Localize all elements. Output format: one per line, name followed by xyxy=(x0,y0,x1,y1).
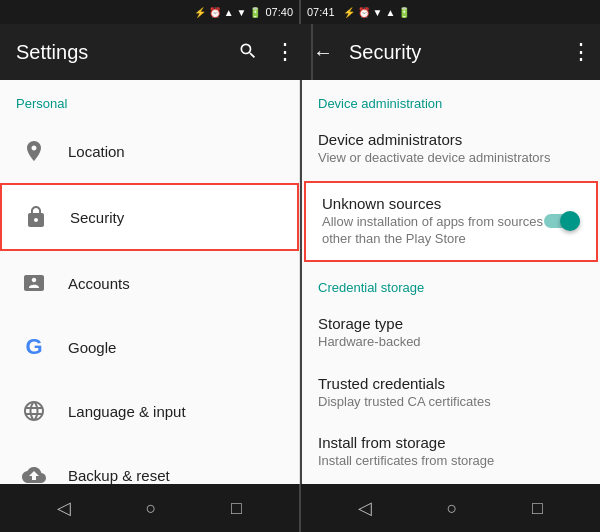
security-icon xyxy=(18,199,54,235)
personal-section-label: Personal xyxy=(0,80,299,119)
left-time: 07:40 xyxy=(265,6,293,18)
battery-level-icon: 🔋 xyxy=(249,7,261,18)
backup-icon xyxy=(16,457,52,484)
right-home-nav[interactable]: ○ xyxy=(447,498,458,519)
credential-storage-label: Credential storage xyxy=(302,264,600,303)
left-back-nav[interactable]: ◁ xyxy=(57,497,71,519)
more-vert-icon[interactable]: ⋮ xyxy=(274,41,295,63)
google-icon: G xyxy=(16,329,52,365)
trusted-credentials-text: Trusted credentials Display trusted CA c… xyxy=(318,375,584,411)
device-administrators-text: Device administrators View or deactivate… xyxy=(318,131,584,167)
unknown-sources-title: Unknown sources xyxy=(322,195,544,212)
left-appbar-icons: ⋮ xyxy=(238,41,295,64)
accounts-icon xyxy=(16,265,52,301)
settings-title: Settings xyxy=(16,41,238,64)
right-battery-icon: ⚡ xyxy=(343,7,355,18)
right-app-bar: ← Security ⋮ xyxy=(313,24,600,80)
nav-bar: ◁ ○ □ ◁ ○ □ xyxy=(0,484,600,532)
toggle-thumb xyxy=(560,211,580,231)
install-from-storage-title: Install from storage xyxy=(318,434,584,451)
right-back-nav[interactable]: ◁ xyxy=(358,497,372,519)
settings-item-security[interactable]: Security xyxy=(0,183,299,251)
device-administrators-title: Device administrators xyxy=(318,131,584,148)
left-status-icons: ⚡ ⏰ ▲ ▼ 🔋 xyxy=(194,7,262,18)
location-icon xyxy=(16,133,52,169)
settings-item-backup[interactable]: Backup & reset xyxy=(0,443,299,484)
app-bars: Settings ⋮ ← Security ⋮ xyxy=(0,24,600,80)
search-icon[interactable] xyxy=(238,41,258,64)
right-wifi-icon: ▲ xyxy=(385,7,395,18)
settings-item-language[interactable]: Language & input xyxy=(0,379,299,443)
install-from-storage-subtitle: Install certificates from storage xyxy=(318,453,584,470)
security-item-unknown-sources[interactable]: Unknown sources Allow installation of ap… xyxy=(304,181,598,262)
trusted-credentials-subtitle: Display trusted CA certificates xyxy=(318,394,584,411)
right-more-icon[interactable]: ⋮ xyxy=(570,41,592,63)
security-title: Security xyxy=(349,41,570,64)
left-nav: ◁ ○ □ xyxy=(0,484,299,532)
right-nav: ◁ ○ □ xyxy=(301,484,600,532)
left-status-bar: ⚡ ⏰ ▲ ▼ 🔋 07:40 xyxy=(0,0,299,24)
security-item-device-administrators[interactable]: Device administrators View or deactivate… xyxy=(302,119,600,179)
device-admin-label: Device administration xyxy=(302,80,600,119)
device-administrators-subtitle: View or deactivate device administrators xyxy=(318,150,584,167)
alarm-icon: ⏰ xyxy=(209,7,221,18)
google-label: Google xyxy=(68,339,116,356)
back-button[interactable]: ← xyxy=(313,41,333,64)
security-item-install-from-storage[interactable]: Install from storage Install certificate… xyxy=(302,422,600,482)
right-recents-nav[interactable]: □ xyxy=(532,498,543,519)
install-from-storage-text: Install from storage Install certificate… xyxy=(318,434,584,470)
security-panel: Device administration Device administrat… xyxy=(302,80,600,484)
security-item-clear-credentials[interactable]: Clear credentials xyxy=(302,482,600,484)
right-status-icons: ⚡ ⏰ ▼ ▲ 🔋 xyxy=(343,7,411,18)
unknown-sources-text: Unknown sources Allow installation of ap… xyxy=(322,195,544,248)
settings-item-location[interactable]: Location xyxy=(0,119,299,183)
unknown-sources-subtitle: Allow installation of apps from sources … xyxy=(322,214,544,248)
right-signal-icon: ▼ xyxy=(373,7,383,18)
accounts-label: Accounts xyxy=(68,275,130,292)
right-battery-level-icon: 🔋 xyxy=(398,7,410,18)
main-content: Personal Location Security xyxy=(0,80,600,484)
security-label: Security xyxy=(70,209,124,226)
status-bars: ⚡ ⏰ ▲ ▼ 🔋 07:40 07:41 ⚡ ⏰ ▼ ▲ 🔋 xyxy=(0,0,600,24)
location-label: Location xyxy=(68,143,125,160)
language-label: Language & input xyxy=(68,403,186,420)
settings-item-google[interactable]: G Google xyxy=(0,315,299,379)
storage-type-text: Storage type Hardware-backed xyxy=(318,315,584,351)
right-alarm-icon: ⏰ xyxy=(358,7,370,18)
language-icon xyxy=(16,393,52,429)
battery-icon: ⚡ xyxy=(194,7,206,18)
storage-type-subtitle: Hardware-backed xyxy=(318,334,584,351)
security-item-storage-type[interactable]: Storage type Hardware-backed xyxy=(302,303,600,363)
storage-type-title: Storage type xyxy=(318,315,584,332)
left-app-bar: Settings ⋮ xyxy=(0,24,311,80)
left-home-nav[interactable]: ○ xyxy=(146,498,157,519)
security-item-trusted-credentials[interactable]: Trusted credentials Display trusted CA c… xyxy=(302,363,600,423)
settings-panel: Personal Location Security xyxy=(0,80,300,484)
right-status-bar: 07:41 ⚡ ⏰ ▼ ▲ 🔋 xyxy=(301,0,600,24)
trusted-credentials-title: Trusted credentials xyxy=(318,375,584,392)
backup-label: Backup & reset xyxy=(68,467,170,484)
unknown-sources-toggle[interactable] xyxy=(544,211,580,231)
left-recents-nav[interactable]: □ xyxy=(231,498,242,519)
settings-item-accounts[interactable]: Accounts xyxy=(0,251,299,315)
signal-icon: ▲ xyxy=(224,7,234,18)
right-time: 07:41 xyxy=(307,6,335,18)
wifi-icon: ▼ xyxy=(237,7,247,18)
